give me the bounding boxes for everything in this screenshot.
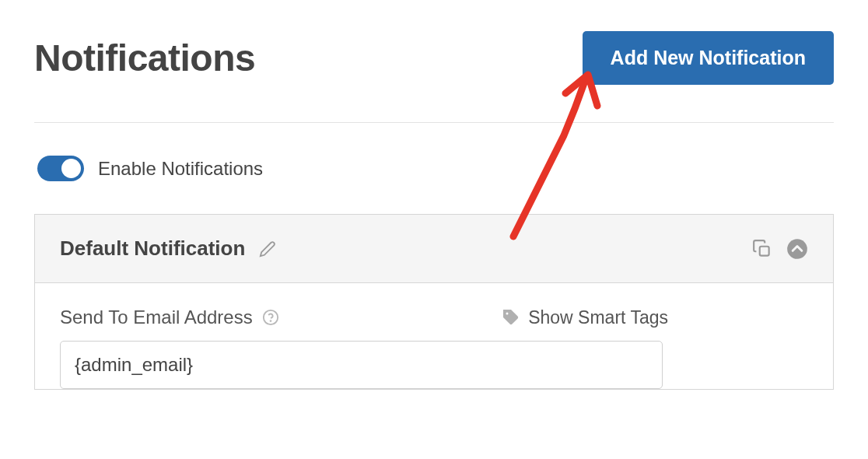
pencil-icon[interactable] <box>259 240 276 258</box>
smart-tags-label: Show Smart Tags <box>528 307 668 328</box>
notification-panel: Default Notification Send To Ema <box>34 214 834 390</box>
page-title: Notifications <box>34 37 255 79</box>
duplicate-icon[interactable] <box>752 239 772 259</box>
panel-title: Default Notification <box>60 237 245 261</box>
svg-point-1 <box>787 239 807 259</box>
enable-notifications-label: Enable Notifications <box>98 158 263 180</box>
svg-point-3 <box>270 321 271 321</box>
send-to-label: Send To Email Address <box>60 307 253 328</box>
show-smart-tags-link[interactable]: Show Smart Tags <box>502 307 808 328</box>
tag-icon <box>502 308 520 327</box>
add-new-notification-button[interactable]: Add New Notification <box>583 31 834 85</box>
page-header: Notifications Add New Notification <box>34 31 834 123</box>
help-icon[interactable] <box>262 309 279 326</box>
send-to-email-input[interactable] <box>60 341 663 389</box>
enable-toggle-row: Enable Notifications <box>34 156 834 181</box>
panel-body: Send To Email Address Show Smart Tags <box>35 283 833 389</box>
chevron-up-icon[interactable] <box>786 238 808 260</box>
svg-rect-0 <box>760 246 769 255</box>
svg-point-4 <box>506 313 509 315</box>
panel-header: Default Notification <box>35 215 833 283</box>
enable-notifications-toggle[interactable] <box>37 156 84 181</box>
field-label-row: Send To Email Address Show Smart Tags <box>60 307 808 328</box>
